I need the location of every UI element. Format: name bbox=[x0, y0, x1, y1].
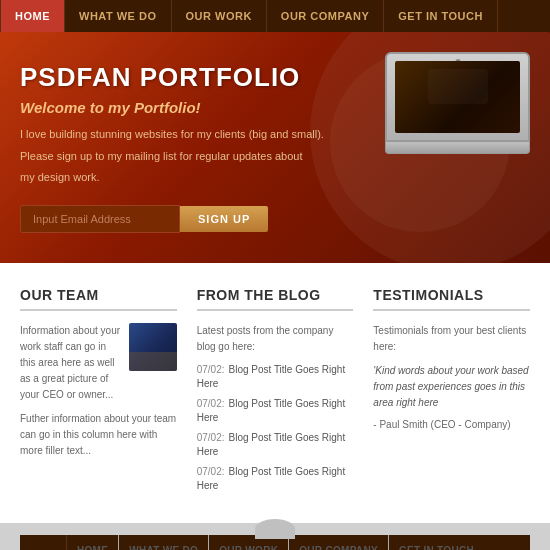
email-input[interactable] bbox=[20, 205, 180, 233]
signup-form: SIGN UP bbox=[20, 205, 385, 233]
laptop-screen bbox=[395, 61, 520, 133]
blog-date-4: 07/02: bbox=[197, 466, 225, 477]
testimonials-title: Testimonials bbox=[373, 287, 530, 311]
team-text1: Information about your work staff can go… bbox=[20, 323, 121, 403]
testimonial-author: - Paul Smith (CEO - Company) bbox=[373, 419, 530, 430]
footer-our-work[interactable]: OUR WORK bbox=[209, 535, 289, 550]
hero-desc3: my design work. bbox=[20, 169, 385, 187]
blog-item-4: 07/02:Blog Post Title Goes Right Here bbox=[197, 465, 354, 493]
blog-item-3: 07/02:Blog Post Title Goes Right Here bbox=[197, 431, 354, 459]
blog-date-1: 07/02: bbox=[197, 364, 225, 375]
footer-get-in-touch[interactable]: GET IN TOUCH bbox=[389, 535, 484, 550]
hero-desc1: I love building stunning websites for my… bbox=[20, 126, 385, 144]
signup-button[interactable]: SIGN UP bbox=[180, 206, 268, 232]
blog-column: FROM THE BLOG Latest posts from the comp… bbox=[197, 287, 354, 499]
main-content: OUR TEAM Information about your work sta… bbox=[0, 263, 550, 523]
team-text2: Futher information about your team can g… bbox=[20, 411, 177, 459]
footer-nav: HOME WHAT WE DO OUR WORK OUR COMPANY GET… bbox=[20, 535, 530, 550]
main-nav: HOME WHAT WE DO OUR WORK OUR COMPANY GET… bbox=[0, 0, 550, 32]
hero-section: PSDFAN PORTFOLIO Welcome to my Portfolio… bbox=[0, 32, 550, 263]
footer: HOME WHAT WE DO OUR WORK OUR COMPANY GET… bbox=[0, 523, 550, 550]
team-image bbox=[129, 323, 177, 371]
blog-title: FROM THE BLOG bbox=[197, 287, 354, 311]
testimonial-quote: 'Kind words about your work based from p… bbox=[373, 363, 530, 411]
hero-title: PSDFAN PORTFOLIO bbox=[20, 62, 385, 93]
footer-what-we-do[interactable]: WHAT WE DO bbox=[119, 535, 209, 550]
blog-date-2: 07/02: bbox=[197, 398, 225, 409]
nav-home[interactable]: HOME bbox=[0, 0, 65, 32]
laptop-base bbox=[385, 142, 530, 154]
hero-subtitle: Welcome to my Portfolio! bbox=[20, 99, 385, 116]
testimonials-intro: Testimonials from your best clients here… bbox=[373, 323, 530, 355]
nav-get-in-touch[interactable]: GET IN TOUCH bbox=[384, 0, 498, 32]
testimonials-column: Testimonials Testimonials from your best… bbox=[373, 287, 530, 499]
nav-our-company[interactable]: OUR COMPANY bbox=[267, 0, 384, 32]
blog-item-1: 07/02:Blog Post Title Goes Right Here bbox=[197, 363, 354, 391]
hero-desc2: Please sign up to my mailing list for re… bbox=[20, 148, 385, 166]
blog-date-3: 07/02: bbox=[197, 432, 225, 443]
nav-what-we-do[interactable]: WHAT WE DO bbox=[65, 0, 172, 32]
nav-our-work[interactable]: OUR WORK bbox=[172, 0, 267, 32]
laptop-illustration bbox=[385, 52, 530, 157]
team-column: OUR TEAM Information about your work sta… bbox=[20, 287, 177, 499]
team-title: OUR TEAM bbox=[20, 287, 177, 311]
blog-intro: Latest posts from the company blog go he… bbox=[197, 323, 354, 355]
footer-our-company[interactable]: OUR COMPANY bbox=[289, 535, 389, 550]
footer-home[interactable]: HOME bbox=[66, 535, 119, 550]
blog-item-2: 07/02:Blog Post Title Goes Right Here bbox=[197, 397, 354, 425]
team-section: Information about your work staff can go… bbox=[20, 323, 177, 403]
